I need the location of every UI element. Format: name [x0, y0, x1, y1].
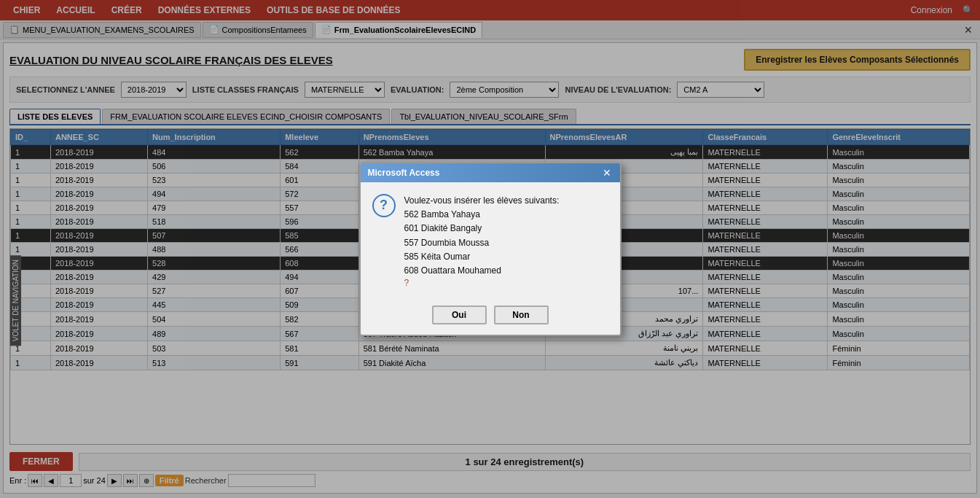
dialog-message: Voulez-vous insérer les élèves suivants: — [404, 194, 560, 208]
dialog-student-name: 557 Doumbia Moussa — [404, 236, 560, 250]
dialog-student-name: 562 Bamba Yahaya — [404, 208, 560, 222]
dialog-footer: Oui Non — [361, 300, 620, 335]
dialog-body: ? Voulez-vous insérer les élèves suivant… — [361, 182, 620, 300]
dialog-oui-button[interactable]: Oui — [432, 306, 487, 324]
dialog-student-name: 608 Ouattara Mouhamed — [404, 264, 560, 278]
dialog-non-button[interactable]: Non — [494, 306, 549, 324]
dialog-student-name: 585 Kéita Oumar — [404, 250, 560, 264]
dialog-title: Microsoft Access — [368, 168, 440, 178]
dialog-title-bar: Microsoft Access ✕ — [361, 163, 620, 182]
dialog-content: Voulez-vous insérer les élèves suivants:… — [404, 194, 560, 288]
dialog-overlay: Microsoft Access ✕ ? Voulez-vous insérer… — [0, 0, 980, 497]
dialog-box: Microsoft Access ✕ ? Voulez-vous insérer… — [359, 162, 622, 336]
dialog-close-button[interactable]: ✕ — [601, 167, 613, 179]
dialog-student-name: 601 Diakité Bangaly — [404, 222, 560, 236]
dialog-students-list: 562 Bamba Yahaya601 Diakité Bangaly557 D… — [404, 208, 560, 278]
dialog-question-icon: ? — [372, 194, 396, 217]
dialog-question: ? — [404, 278, 560, 288]
